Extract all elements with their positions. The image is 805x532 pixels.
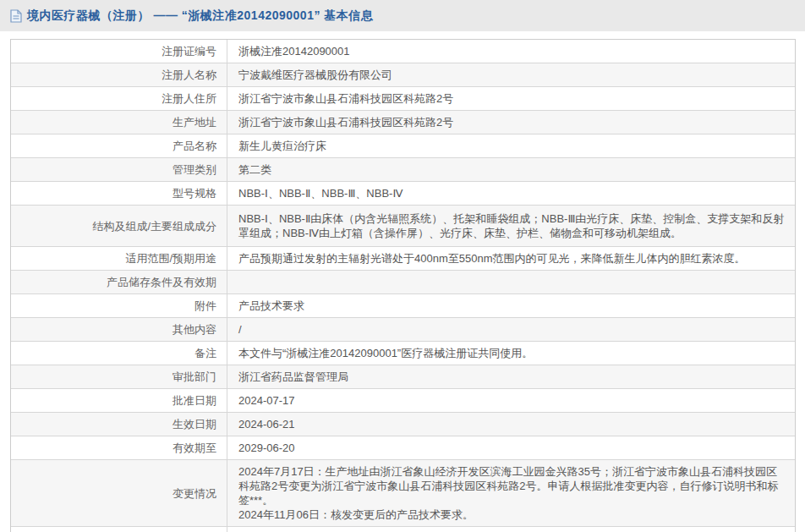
table-row-registration-number: 注册证编号 浙械注准20142090001 — [11, 40, 795, 63]
row-label: 注册人住所 — [11, 87, 227, 110]
page-title: 境内医疗器械（注册） —— “浙械注准20142090001” 基本信息 — [27, 8, 373, 24]
table-row-effective-date: 生效日期 2024-06-21 — [11, 413, 795, 436]
row-value: NBB-Ⅰ、NBB-Ⅱ、NBB-Ⅲ、NBB-Ⅳ — [227, 182, 795, 205]
title-bar: 境内医疗器械（注册） —— “浙械注准20142090001” 基本信息 — [0, 0, 805, 31]
table-row-change-history: 变更情况 2024年7月17日：生产地址由浙江省象山经济开发区滨海工业园金兴路3… — [11, 460, 795, 527]
row-label: 产品名称 — [11, 134, 227, 157]
table-row-note: 注 详情 — [11, 527, 795, 532]
table-row-approval-date: 批准日期 2024-07-17 — [11, 389, 795, 413]
row-label: 注册证编号 — [11, 40, 227, 63]
table-row-attachments: 附件 产品技术要求 — [11, 294, 795, 318]
row-label: 批准日期 — [11, 389, 227, 412]
table-row-intended-use: 适用范围/预期用途 产品预期通过发射的主辐射光谱处于400nm至550nm范围内… — [11, 247, 795, 271]
row-label: 其他内容 — [11, 318, 227, 341]
row-label: 注 — [11, 527, 227, 532]
row-value: / — [227, 318, 795, 341]
row-value: 详情 — [227, 527, 795, 532]
row-label: 生效日期 — [11, 413, 227, 436]
row-value: 宁波戴维医疗器械股份有限公司 — [227, 63, 795, 86]
row-label: 附件 — [11, 294, 227, 317]
row-value: 浙江省宁波市象山县石浦科技园区科苑路2号 — [227, 111, 795, 134]
row-label: 有效期至 — [11, 436, 227, 459]
row-label: 结构及组成/主要组成成分 — [11, 206, 227, 246]
row-label: 变更情况 — [11, 460, 227, 526]
table-row-registrant-address: 注册人住所 浙江省宁波市象山县石浦科技园区科苑路2号 — [11, 87, 795, 111]
row-value: 产品预期通过发射的主辐射光谱处于400nm至550nm范围内的可见光，来降低新生… — [227, 247, 795, 270]
table-row-approval-department: 审批部门 浙江省药品监督管理局 — [11, 365, 795, 389]
table-row-product-name: 产品名称 新生儿黄疸治疗床 — [11, 134, 795, 158]
document-icon — [10, 9, 22, 23]
table-row-model-spec: 型号规格 NBB-Ⅰ、NBB-Ⅱ、NBB-Ⅲ、NBB-Ⅳ — [11, 182, 795, 206]
row-value: 2029-06-20 — [227, 436, 795, 459]
row-value: 2024-06-21 — [227, 413, 795, 436]
registration-info-table: 注册证编号 浙械注准20142090001 注册人名称 宁波戴维医疗器械股份有限… — [10, 39, 796, 532]
table-row-storage-conditions: 产品储存条件及有效期 — [11, 271, 795, 294]
row-value: 产品技术要求 — [227, 294, 795, 317]
row-label: 适用范围/预期用途 — [11, 247, 227, 270]
row-value: 浙江省宁波市象山县石浦科技园区科苑路2号 — [227, 87, 795, 110]
row-value: 浙江省药品监督管理局 — [227, 365, 795, 388]
table-row-remarks: 备注 本文件与“浙械注准20142090001”医疗器械注册证共同使用。 — [11, 342, 795, 365]
row-label: 生产地址 — [11, 111, 227, 134]
row-value: 2024年7月17日：生产地址由浙江省象山经济开发区滨海工业园金兴路35号；浙江… — [227, 460, 795, 526]
row-label: 备注 — [11, 342, 227, 365]
row-label: 管理类别 — [11, 158, 227, 181]
table-row-other-content: 其他内容 / — [11, 318, 795, 342]
table-row-registrant-name: 注册人名称 宁波戴维医疗器械股份有限公司 — [11, 63, 795, 87]
row-value: 新生儿黄疸治疗床 — [227, 134, 795, 157]
row-label: 审批部门 — [11, 365, 227, 388]
row-label: 型号规格 — [11, 182, 227, 205]
row-value: 浙械注准20142090001 — [227, 40, 795, 63]
row-value: NBB-Ⅰ、NBB-Ⅱ由床体（内含光辐照系统）、托架和睡袋组成；NBB-Ⅲ由光疗… — [227, 206, 795, 246]
row-value: 第二类 — [227, 158, 795, 181]
row-value: 本文件与“浙械注准20142090001”医疗器械注册证共同使用。 — [227, 342, 795, 365]
row-value — [227, 271, 795, 293]
table-row-management-category: 管理类别 第二类 — [11, 158, 795, 182]
table-row-production-address: 生产地址 浙江省宁波市象山县石浦科技园区科苑路2号 — [11, 111, 795, 134]
row-label: 产品储存条件及有效期 — [11, 271, 227, 293]
row-label: 注册人名称 — [11, 63, 227, 86]
table-row-structure-composition: 结构及组成/主要组成成分 NBB-Ⅰ、NBB-Ⅱ由床体（内含光辐照系统）、托架和… — [11, 206, 795, 247]
table-row-expiry-date: 有效期至 2029-06-20 — [11, 436, 795, 460]
row-value: 2024-07-17 — [227, 389, 795, 412]
